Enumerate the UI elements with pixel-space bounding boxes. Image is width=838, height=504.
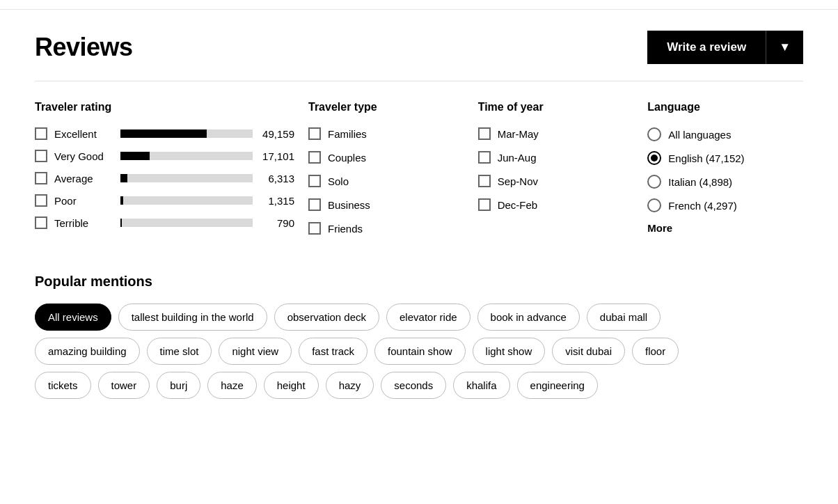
time-item: Sep-Nov: [478, 175, 634, 187]
mention-tag[interactable]: hazy: [326, 372, 374, 399]
mention-tag[interactable]: khalifa: [453, 372, 509, 399]
filters-container: Traveler rating Excellent 49,159 Very Go…: [35, 101, 803, 246]
traveler-type-item: Couples: [308, 151, 464, 164]
mention-tag[interactable]: All reviews: [35, 304, 111, 331]
rating-count: 790: [260, 217, 294, 229]
type-checkbox[interactable]: [308, 127, 321, 140]
time-label: Jun-Aug: [498, 152, 537, 164]
rating-items-container: Excellent 49,159 Very Good 17,101 Averag…: [35, 127, 294, 229]
traveler-type-section: Traveler type Families Couples Solo Busi…: [294, 101, 464, 246]
language-label: Italian (4,898): [668, 176, 732, 188]
rating-checkbox[interactable]: [35, 194, 47, 207]
time-of-year-section: Time of year Mar-May Jun-Aug Sep-Nov Dec…: [464, 101, 634, 246]
rating-checkbox[interactable]: [35, 172, 47, 184]
rating-item: Poor 1,315: [35, 194, 294, 207]
type-checkbox[interactable]: [308, 222, 321, 235]
rating-count: 49,159: [260, 128, 294, 140]
time-checkbox[interactable]: [478, 198, 491, 211]
time-item: Mar-May: [478, 127, 634, 140]
language-item: All languages: [647, 127, 803, 141]
mention-tag[interactable]: visit dubai: [552, 338, 625, 365]
tags-row-1: All reviewstallest building in the world…: [35, 304, 803, 331]
rating-bar-fill: [120, 219, 122, 227]
traveler-type-item: Business: [308, 198, 464, 211]
language-label: French (4,297): [668, 200, 736, 212]
rating-checkbox[interactable]: [35, 127, 47, 140]
time-checkbox[interactable]: [478, 175, 491, 187]
language-item: French (4,297): [647, 198, 803, 212]
mention-tag[interactable]: height: [264, 372, 319, 399]
rating-count: 17,101: [260, 150, 294, 162]
type-checkbox[interactable]: [308, 175, 321, 187]
type-label: Solo: [328, 175, 349, 187]
time-of-year-title: Time of year: [478, 101, 634, 113]
mention-tag[interactable]: dubai mall: [587, 304, 661, 331]
rating-bar: [120, 174, 253, 182]
rating-item: Very Good 17,101: [35, 150, 294, 162]
mention-tag[interactable]: fast track: [299, 338, 367, 365]
language-radio[interactable]: [647, 175, 661, 189]
time-label: Mar-May: [498, 128, 539, 140]
mention-tag[interactable]: elevator ride: [386, 304, 471, 331]
tags-row-3: ticketstowerburjhazeheighthazysecondskha…: [35, 372, 803, 399]
mention-tag[interactable]: time slot: [147, 338, 212, 365]
language-item: English (47,152): [647, 151, 803, 165]
type-checkbox[interactable]: [308, 151, 321, 164]
time-checkbox[interactable]: [478, 151, 491, 164]
rating-label: Very Good: [54, 150, 113, 162]
rating-bar: [120, 219, 253, 227]
mention-tag[interactable]: book in advance: [477, 304, 580, 331]
mention-tag[interactable]: engineering: [517, 372, 598, 399]
review-dropdown-button[interactable]: ▼: [766, 31, 803, 64]
rating-item: Excellent 49,159: [35, 127, 294, 140]
traveler-type-item: Friends: [308, 222, 464, 235]
rating-checkbox[interactable]: [35, 150, 47, 162]
write-review-button[interactable]: Write a review: [647, 31, 766, 64]
language-radio[interactable]: [647, 198, 661, 212]
rating-checkbox[interactable]: [35, 216, 47, 229]
time-item: Jun-Aug: [478, 151, 634, 164]
time-label: Sep-Nov: [498, 175, 538, 187]
rating-label: Excellent: [54, 128, 113, 140]
mention-tag[interactable]: amazing building: [35, 338, 140, 365]
traveler-rating-section: Traveler rating Excellent 49,159 Very Go…: [35, 101, 294, 246]
mention-tag[interactable]: light show: [473, 338, 546, 365]
mention-tag[interactable]: observation deck: [274, 304, 379, 331]
language-radio[interactable]: [647, 151, 661, 165]
time-checkbox[interactable]: [478, 127, 491, 140]
mention-tag[interactable]: tallest building in the world: [118, 304, 267, 331]
type-label: Couples: [328, 152, 366, 164]
rating-bar-fill: [120, 152, 150, 160]
rating-count: 6,313: [260, 173, 294, 184]
language-more-link[interactable]: More: [647, 222, 803, 234]
language-label: English (47,152): [668, 152, 744, 164]
time-label: Dec-Feb: [498, 199, 538, 211]
type-label: Business: [328, 199, 370, 211]
rating-label: Poor: [54, 195, 113, 207]
rating-count: 1,315: [260, 195, 294, 207]
mention-tag[interactable]: fountain show: [374, 338, 466, 365]
review-action-buttons: Write a review ▼: [647, 31, 803, 64]
type-checkbox[interactable]: [308, 198, 321, 211]
rating-item: Average 6,313: [35, 172, 294, 184]
mention-tag[interactable]: tickets: [35, 372, 91, 399]
mention-tag[interactable]: burj: [157, 372, 200, 399]
traveler-type-items: Families Couples Solo Business Friends: [308, 127, 464, 235]
mention-tag[interactable]: floor: [632, 338, 679, 365]
mention-tag[interactable]: night view: [219, 338, 292, 365]
mention-tag[interactable]: tower: [98, 372, 150, 399]
page-title: Reviews: [35, 33, 133, 62]
mention-tag[interactable]: haze: [207, 372, 257, 399]
language-section: Language All languages English (47,152) …: [633, 101, 803, 246]
traveler-type-item: Families: [308, 127, 464, 140]
rating-label: Terrible: [54, 217, 113, 229]
chevron-down-icon: ▼: [779, 40, 791, 54]
traveler-type-title: Traveler type: [308, 101, 464, 113]
rating-bar: [120, 129, 253, 138]
rating-item: Terrible 790: [35, 216, 294, 229]
tags-row-2: amazing buildingtime slotnight viewfast …: [35, 338, 803, 365]
language-title: Language: [647, 101, 803, 113]
mention-tag[interactable]: seconds: [381, 372, 446, 399]
language-radio[interactable]: [647, 127, 661, 141]
traveler-type-item: Solo: [308, 175, 464, 187]
